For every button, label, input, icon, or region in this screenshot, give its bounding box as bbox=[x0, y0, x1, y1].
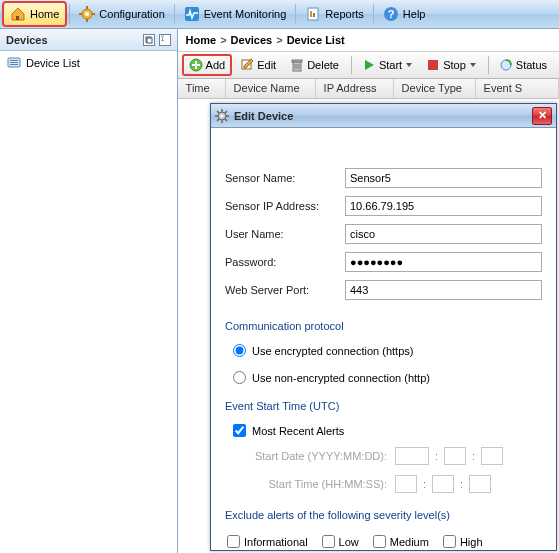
start-time-mm-input[interactable] bbox=[432, 475, 454, 493]
toolbar-edit-label: Edit bbox=[257, 59, 276, 71]
breadcrumb-item[interactable]: Devices bbox=[231, 34, 273, 46]
svg-line-37 bbox=[217, 119, 219, 121]
tree-item-label: Device List bbox=[26, 57, 80, 69]
menu-separator bbox=[174, 4, 175, 24]
toolbar-delete-label: Delete bbox=[307, 59, 339, 71]
password-input[interactable] bbox=[345, 252, 542, 272]
home-icon bbox=[10, 6, 26, 22]
column-header-device-name[interactable]: Device Name bbox=[226, 79, 316, 98]
most-recent-label: Most Recent Alerts bbox=[252, 425, 344, 437]
svg-rect-10 bbox=[313, 13, 315, 17]
menu-home-button[interactable]: Home bbox=[2, 1, 67, 27]
toolbar-edit-button[interactable]: Edit bbox=[234, 55, 282, 75]
edit-icon bbox=[240, 58, 254, 72]
toolbar-add-label: Add bbox=[206, 59, 226, 71]
sensor-ip-label: Sensor IP Address: bbox=[225, 200, 345, 212]
device-toolbar: Add Edit Delete Start bbox=[178, 51, 559, 79]
svg-rect-9 bbox=[310, 11, 312, 17]
toolbar-stop-button[interactable]: Stop bbox=[420, 55, 482, 75]
edit-device-dialog: Edit Device ✕ Sensor Name: Sensor IP Add… bbox=[210, 103, 557, 551]
top-menu-bar: Home Configuration Event Monitoring Repo… bbox=[0, 0, 559, 29]
svg-text:?: ? bbox=[387, 8, 394, 20]
comm-protocol-section-title: Communication protocol bbox=[225, 320, 542, 332]
sensor-name-label: Sensor Name: bbox=[225, 172, 345, 184]
device-list-icon bbox=[6, 55, 22, 71]
start-time-hh-input[interactable] bbox=[395, 475, 417, 493]
web-port-label: Web Server Port: bbox=[225, 284, 345, 296]
toolbar-status-label: Status bbox=[516, 59, 547, 71]
toolbar-add-button[interactable]: Add bbox=[182, 54, 233, 76]
panel-restore-button[interactable] bbox=[143, 34, 155, 46]
sensor-name-input[interactable] bbox=[345, 168, 542, 188]
close-icon: ✕ bbox=[538, 109, 547, 122]
menu-configuration-button[interactable]: Configuration bbox=[72, 2, 171, 26]
most-recent-checkbox[interactable] bbox=[233, 424, 246, 437]
breadcrumb-item[interactable]: Home bbox=[186, 34, 217, 46]
start-date-month-input[interactable] bbox=[444, 447, 466, 465]
menu-reports-button[interactable]: Reports bbox=[298, 2, 371, 26]
toolbar-separator bbox=[488, 56, 489, 74]
svg-rect-0 bbox=[16, 16, 19, 20]
sensor-ip-input[interactable] bbox=[345, 196, 542, 216]
stop-icon bbox=[426, 58, 440, 72]
user-name-input[interactable] bbox=[345, 224, 542, 244]
toolbar-stop-label: Stop bbox=[443, 59, 466, 71]
start-time-label: Start Time (HH:MM:SS): bbox=[239, 478, 387, 490]
svg-line-34 bbox=[217, 111, 219, 113]
gear-icon bbox=[79, 6, 95, 22]
breadcrumb: Home > Devices > Device List bbox=[178, 29, 559, 51]
menu-separator bbox=[295, 4, 296, 24]
breadcrumb-separator: > bbox=[220, 34, 226, 46]
start-date-label: Start Date (YYYY:MM:DD): bbox=[239, 450, 387, 462]
severity-medium-label: Medium bbox=[390, 536, 429, 548]
column-header-event[interactable]: Event S bbox=[476, 79, 559, 98]
severity-high-checkbox[interactable] bbox=[443, 535, 456, 548]
menu-help-button[interactable]: ? Help bbox=[376, 2, 433, 26]
svg-rect-26 bbox=[428, 60, 438, 70]
https-radio[interactable] bbox=[233, 344, 246, 357]
svg-rect-18 bbox=[10, 64, 18, 65]
toolbar-status-button[interactable]: Status bbox=[493, 55, 553, 75]
start-date-year-input[interactable] bbox=[395, 447, 429, 465]
http-radio[interactable] bbox=[233, 371, 246, 384]
column-header-time[interactable]: Time bbox=[178, 79, 226, 98]
svg-line-36 bbox=[225, 111, 227, 113]
svg-rect-14 bbox=[147, 38, 152, 43]
breadcrumb-item[interactable]: Device List bbox=[287, 34, 345, 46]
https-radio-label: Use encrypted connection (https) bbox=[252, 345, 413, 357]
chevron-down-icon bbox=[406, 63, 412, 67]
svg-point-2 bbox=[85, 12, 89, 16]
start-date-day-input[interactable] bbox=[481, 447, 503, 465]
breadcrumb-separator: > bbox=[276, 34, 282, 46]
severity-informational-checkbox[interactable] bbox=[227, 535, 240, 548]
start-time-ss-input[interactable] bbox=[469, 475, 491, 493]
severity-informational-label: Informational bbox=[244, 536, 308, 548]
svg-rect-17 bbox=[10, 62, 18, 63]
device-table-header: Time Device Name IP Address Device Type … bbox=[178, 79, 559, 99]
tree-item-device-list[interactable]: Device List bbox=[0, 51, 177, 75]
severity-low-checkbox[interactable] bbox=[322, 535, 335, 548]
menu-configuration-label: Configuration bbox=[99, 8, 164, 20]
menu-separator bbox=[69, 4, 70, 24]
exclude-severity-section-title: Exclude alerts of the following severity… bbox=[225, 509, 542, 521]
dialog-close-button[interactable]: ✕ bbox=[532, 107, 552, 125]
panel-pin-button[interactable] bbox=[159, 34, 171, 46]
event-start-time-section-title: Event Start Time (UTC) bbox=[225, 400, 542, 412]
toolbar-start-button[interactable]: Start bbox=[356, 55, 418, 75]
menu-reports-label: Reports bbox=[325, 8, 364, 20]
dialog-title: Edit Device bbox=[234, 110, 293, 122]
toolbar-delete-button[interactable]: Delete bbox=[284, 55, 345, 75]
menu-event-monitoring-label: Event Monitoring bbox=[204, 8, 287, 20]
severity-medium-checkbox[interactable] bbox=[373, 535, 386, 548]
help-icon: ? bbox=[383, 6, 399, 22]
column-header-ip-address[interactable]: IP Address bbox=[316, 79, 394, 98]
column-header-device-type[interactable]: Device Type bbox=[394, 79, 476, 98]
menu-event-monitoring-button[interactable]: Event Monitoring bbox=[177, 2, 294, 26]
panel-controls bbox=[143, 34, 171, 46]
svg-rect-16 bbox=[10, 60, 18, 61]
web-port-input[interactable] bbox=[345, 280, 542, 300]
status-icon bbox=[499, 58, 513, 72]
report-icon bbox=[305, 6, 321, 22]
add-icon bbox=[189, 58, 203, 72]
toolbar-separator bbox=[351, 56, 352, 74]
